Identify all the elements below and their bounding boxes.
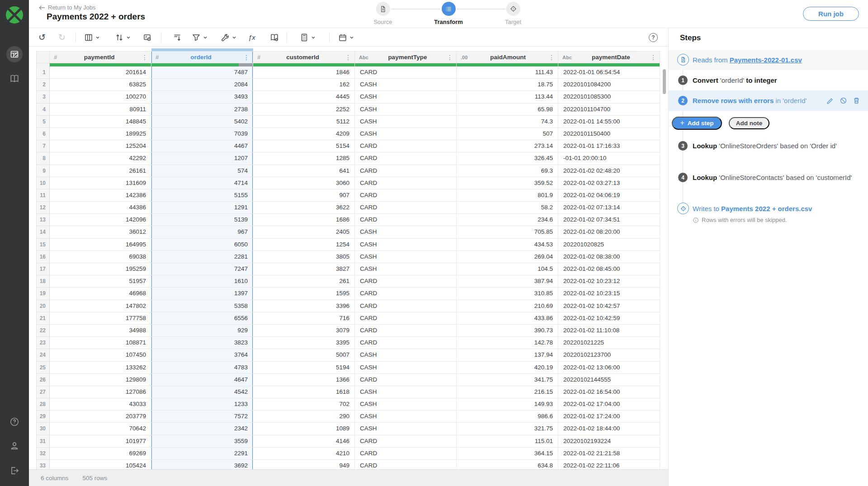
cell-orderId[interactable]: 3692 [151,460,253,469]
cell-paidAmount[interactable]: 210.69 [457,300,558,312]
cell-paymentId[interactable]: 42292 [50,152,151,165]
row-number[interactable]: 16 [36,251,50,263]
calculator-button[interactable] [300,28,316,47]
cell-paymentId[interactable]: 70642 [50,423,151,435]
cell-paymentDate[interactable]: -01-01 20:00:10 [558,152,660,165]
cell-customerId[interactable]: 5194 [253,362,355,374]
row-number[interactable]: 20 [36,300,50,312]
column-header-paidAmount[interactable]: .00paidAmount⋮ [457,51,558,63]
cell-paidAmount[interactable]: 326.45 [457,152,558,165]
step-3[interactable]: 3 Lookup 'OnlineStoreOrders' based on 'O… [669,137,868,169]
cell-paymentDate[interactable]: 2022-01-02 16:54:00 [558,386,660,398]
cell-customerId[interactable]: 1089 [253,423,355,435]
cell-paymentId[interactable]: 177758 [50,312,151,325]
redo-button[interactable]: ↻ [58,28,66,47]
cell-paymentId[interactable]: 100270 [50,91,151,103]
column-menu-icon[interactable]: ⋮ [243,54,250,61]
cell-paidAmount[interactable]: 801.9 [457,189,558,202]
cell-paymentId[interactable]: 125204 [50,140,151,152]
cell-paymentType[interactable]: CASH [355,411,457,423]
cell-orderId[interactable]: 2291 [151,448,253,460]
row-number[interactable]: 22 [36,325,50,337]
cell-customerId[interactable]: 4146 [253,435,355,448]
cell-paidAmount[interactable]: 359.52 [457,177,558,189]
column-menu-icon[interactable]: ⋮ [142,54,148,61]
cell-paidAmount[interactable]: 18.75 [457,79,558,91]
sidebar-logout[interactable] [0,466,29,476]
cell-paymentType[interactable]: CARD [355,312,457,325]
help-button[interactable]: ? [649,33,658,42]
cell-paymentDate[interactable]: 2022-01-02 18:44:00 [558,423,660,435]
cell-paidAmount[interactable]: 321.75 [457,423,558,435]
column-menu-icon[interactable]: ⋮ [650,54,656,61]
cell-paidAmount[interactable]: 705.85 [457,226,558,238]
row-number[interactable]: 23 [36,337,50,349]
cell-paymentType[interactable]: CASH [355,362,457,374]
row-number[interactable]: 4 [36,104,50,116]
corner-cell[interactable] [36,51,50,63]
run-job-button[interactable]: Run job [803,7,859,21]
cell-orderId[interactable]: 4783 [151,362,253,374]
cell-orderId[interactable]: 574 [151,165,253,177]
cell-paymentId[interactable]: 69269 [50,448,151,460]
cell-paidAmount[interactable]: 420.19 [457,362,558,374]
cell-customerId[interactable]: 1366 [253,374,355,386]
cell-paymentType[interactable]: CARD [355,202,457,214]
cell-paymentId[interactable]: 189925 [50,128,151,140]
column-menu-icon[interactable]: ⋮ [548,54,555,61]
cell-paymentDate[interactable]: 2022-01-02 10:23:15 [558,288,660,300]
sidebar-help[interactable] [0,417,29,427]
cell-paidAmount[interactable]: 65.98 [457,104,558,116]
cell-paymentId[interactable]: 46968 [50,288,151,300]
cell-paymentDate[interactable]: 2022-01-01 06:54:54 [558,66,660,79]
cell-customerId[interactable]: 290 [253,411,355,423]
row-number[interactable]: 2 [36,79,50,91]
row-number[interactable]: 24 [36,349,50,361]
cell-customerId[interactable]: 2252 [253,104,355,116]
row-number[interactable]: 6 [36,128,50,140]
cell-paymentId[interactable]: 80911 [50,104,151,116]
cell-orderId[interactable]: 5155 [151,189,253,202]
cell-paidAmount[interactable]: 433.86 [457,312,558,325]
cell-paidAmount[interactable]: 69.3 [457,165,558,177]
step-4[interactable]: 4 Lookup 'OnlineStoreContacts' based on … [669,169,868,201]
cell-paymentDate[interactable]: 2022-01-02 13:06:00 [558,362,660,374]
cell-paymentDate[interactable]: 20220102144555 [558,374,660,386]
cell-orderId[interactable]: 3823 [151,337,253,349]
cell-paymentDate[interactable]: 202201021225 [558,337,660,349]
cell-paymentType[interactable]: CARD [355,275,457,288]
cell-orderId[interactable]: 929 [151,325,253,337]
add-note-button[interactable]: Add note [729,117,769,129]
cell-paymentType[interactable]: CASH [355,116,457,128]
cell-paymentType[interactable]: CARD [355,288,457,300]
row-number[interactable]: 11 [36,189,50,202]
cell-orderId[interactable]: 967 [151,226,253,238]
cell-paymentDate[interactable]: 2022-01-02 17:24:00 [558,411,660,423]
row-number[interactable]: 3 [36,91,50,103]
sort-button[interactable] [115,28,131,47]
cell-paymentType[interactable]: CARD [355,435,457,448]
step-1[interactable]: 1 Convert 'orderId' to integer [669,70,868,90]
cell-customerId[interactable]: 641 [253,165,355,177]
cell-customerId[interactable]: 5007 [253,349,355,361]
cell-paymentType[interactable]: CARD [355,300,457,312]
cell-paidAmount[interactable]: 113.44 [457,91,558,103]
cell-paymentDate[interactable]: 2022-01-02 02:48:20 [558,165,660,177]
cell-paymentDate[interactable]: 2022-01-02 07:13:14 [558,202,660,214]
cell-paymentDate[interactable]: 2022-01-02 04:06:19 [558,189,660,202]
cell-paymentType[interactable]: CARD [355,177,457,189]
cell-customerId[interactable]: 1846 [253,66,355,79]
row-number[interactable]: 32 [36,448,50,460]
row-number[interactable]: 8 [36,152,50,165]
cell-paymentDate[interactable]: 202201020825 [558,239,660,251]
cell-paidAmount[interactable]: 390.73 [457,325,558,337]
source-file-link[interactable]: Payments-2022-01.csv [730,56,802,64]
cell-paymentType[interactable]: CARD [355,448,457,460]
cell-paymentDate[interactable]: 2022-01-02 17:04:00 [558,398,660,411]
cell-orderId[interactable]: 2281 [151,251,253,263]
cell-paidAmount[interactable]: 58.2 [457,202,558,214]
cell-paymentDate[interactable]: 2022-01-01 14:55:00 [558,116,660,128]
cell-paidAmount[interactable]: 986.6 [457,411,558,423]
undo-button[interactable]: ↺ [38,28,46,47]
cell-orderId[interactable]: 5402 [151,116,253,128]
